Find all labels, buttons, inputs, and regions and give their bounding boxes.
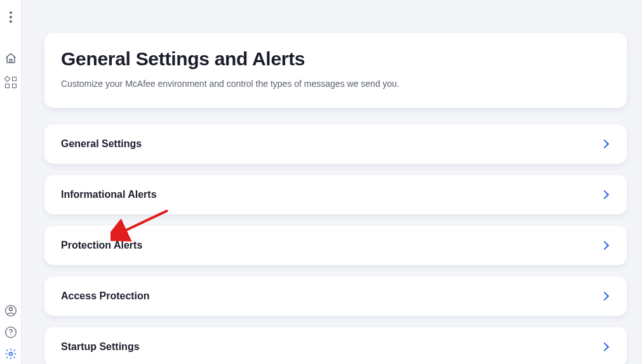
row-label: Protection Alerts (61, 240, 142, 251)
menu-icon[interactable] (10, 11, 12, 23)
row-label: Access Protection (61, 290, 150, 302)
page-subtitle: Customize your McAfee environment and co… (61, 79, 610, 89)
settings-icon[interactable] (4, 348, 17, 360)
row-informational-alerts[interactable]: Informational Alerts (44, 175, 627, 214)
row-label: General Settings (61, 138, 142, 150)
header-card: General Settings and Alerts Customize yo… (44, 33, 627, 108)
chevron-right-icon (600, 292, 609, 301)
settings-list: General Settings Informational Alerts Pr… (44, 124, 627, 364)
row-protection-alerts[interactable]: Protection Alerts (44, 226, 627, 265)
svg-point-3 (10, 335, 11, 335)
row-label: Informational Alerts (61, 189, 157, 200)
page-title: General Settings and Alerts (61, 48, 610, 70)
apps-icon[interactable] (4, 76, 17, 89)
home-icon[interactable] (4, 52, 17, 65)
sidebar-top (4, 11, 17, 89)
chevron-right-icon (600, 190, 609, 199)
row-general-settings[interactable]: General Settings (44, 124, 627, 164)
svg-point-1 (9, 308, 12, 311)
chevron-right-icon (600, 342, 609, 351)
help-icon[interactable] (4, 326, 17, 339)
row-startup-settings[interactable]: Startup Settings (44, 327, 627, 364)
row-access-protection[interactable]: Access Protection (44, 276, 627, 316)
row-label: Startup Settings (61, 341, 140, 353)
chevron-right-icon (600, 140, 609, 148)
chevron-right-icon (600, 241, 609, 250)
svg-point-4 (9, 353, 12, 356)
account-icon[interactable] (4, 304, 17, 317)
sidebar-bottom (4, 304, 17, 360)
main-content: General Settings and Alerts Customize yo… (22, 0, 642, 364)
sidebar (0, 0, 22, 364)
